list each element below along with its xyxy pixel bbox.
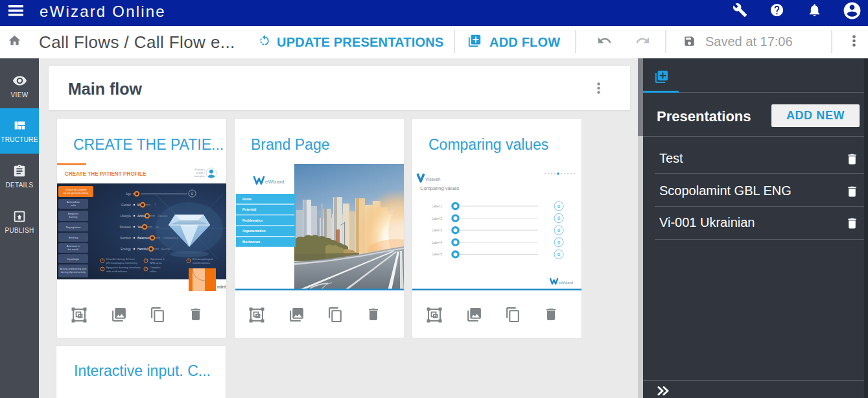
- svg-text:eWizard: eWizard: [265, 179, 284, 185]
- svg-text:Belching: Belching: [69, 237, 78, 239]
- svg-text:Gender: Gender: [121, 204, 132, 207]
- svg-text:Dysphagia: Dysphagia: [67, 258, 80, 261]
- svg-text:?: ?: [145, 268, 147, 270]
- svg-text:Acid taste in: Acid taste in: [67, 245, 80, 248]
- svg-text:pH esophagus monitoring: pH esophagus monitoring: [106, 261, 137, 264]
- svg-text:0: 0: [557, 228, 560, 233]
- svg-text:Disorder during 24-hour: Disorder during 24-hour: [106, 257, 135, 261]
- svg-text:reflux: reflux: [150, 270, 157, 273]
- svg-text:0: 0: [191, 192, 193, 196]
- svg-text:by the general criteria: by the general criteria: [64, 191, 89, 194]
- svg-text:burning: burning: [69, 216, 78, 218]
- svg-text:mint: mint: [217, 285, 226, 289]
- svg-text:Harmful: Harmful: [137, 248, 148, 251]
- svg-text:Argumentation: Argumentation: [242, 229, 266, 233]
- svg-text:VIseven: VIseven: [425, 177, 441, 181]
- svg-text:Complex: Complex: [150, 266, 161, 269]
- svg-text:ache: ache: [71, 204, 76, 207]
- svg-text:Unbalanced: Unbalanced: [163, 237, 179, 240]
- svg-text:Mechanism: Mechanism: [242, 240, 261, 244]
- svg-text:0: 0: [557, 252, 560, 257]
- svg-text:Label 2: Label 2: [432, 217, 442, 220]
- svg-text:Anticardium: Anticardium: [67, 201, 80, 204]
- svg-text:Balanced: Balanced: [137, 237, 150, 240]
- svg-text:examples: examples: [194, 174, 205, 178]
- svg-text:Potential: Potential: [242, 207, 257, 211]
- svg-text:Regurgitation: Regurgitation: [66, 226, 81, 229]
- svg-text:with acid refluxes: with acid refluxes: [106, 270, 127, 273]
- svg-text:Label 1: Label 1: [432, 205, 442, 208]
- svg-text:Label 5: Label 5: [432, 253, 442, 256]
- svg-text:Epigastric: Epigastric: [68, 213, 79, 215]
- svg-text:Problematics: Problematics: [242, 218, 263, 222]
- svg-text:CREATE THE PATIENT PROFILE: CREATE THE PATIENT PROFILE: [65, 171, 147, 177]
- svg-text:Epigastric burning correlates: Epigastric burning correlates: [106, 266, 141, 269]
- svg-text:Neutral: Neutral: [161, 248, 170, 251]
- svg-text:no: no: [156, 226, 159, 229]
- svg-text:Comparing values: Comparing values: [420, 185, 460, 191]
- svg-text:?: ?: [102, 268, 103, 270]
- svg-text:0: 0: [557, 204, 560, 209]
- svg-text:Nutrition: Nutrition: [120, 237, 131, 240]
- svg-text:Passive: Passive: [158, 215, 168, 218]
- svg-text:?: ?: [145, 259, 147, 262]
- svg-text:NRS area: NRS area: [150, 261, 162, 264]
- svg-text:eWizard: eWizard: [559, 281, 573, 285]
- svg-text:?: ?: [102, 259, 103, 262]
- svg-text:Age: Age: [126, 193, 132, 196]
- svg-text:Stresses: Stresses: [119, 226, 131, 229]
- svg-text:Label 4: Label 4: [432, 241, 442, 244]
- svg-text:?: ?: [188, 259, 189, 262]
- svg-text:Lifestyle: Lifestyle: [120, 215, 131, 218]
- svg-text:the mouth: the mouth: [68, 248, 79, 251]
- svg-text:Ecology: Ecology: [121, 248, 132, 251]
- svg-text:Label 3: Label 3: [432, 229, 442, 232]
- svg-text:M: M: [137, 204, 140, 207]
- svg-text:Extraesophageal: Extraesophageal: [193, 257, 213, 261]
- svg-text:Home: Home: [242, 197, 252, 201]
- svg-text:0: 0: [557, 240, 560, 246]
- svg-text:manifestations: manifestations: [193, 261, 210, 264]
- svg-text:during physical activity: during physical activity: [61, 271, 86, 274]
- svg-text:Hypotonia in: Hypotonia in: [150, 257, 165, 261]
- svg-text:Aching and burning pain: Aching and burning pain: [60, 268, 87, 270]
- svg-text:0: 0: [557, 215, 560, 221]
